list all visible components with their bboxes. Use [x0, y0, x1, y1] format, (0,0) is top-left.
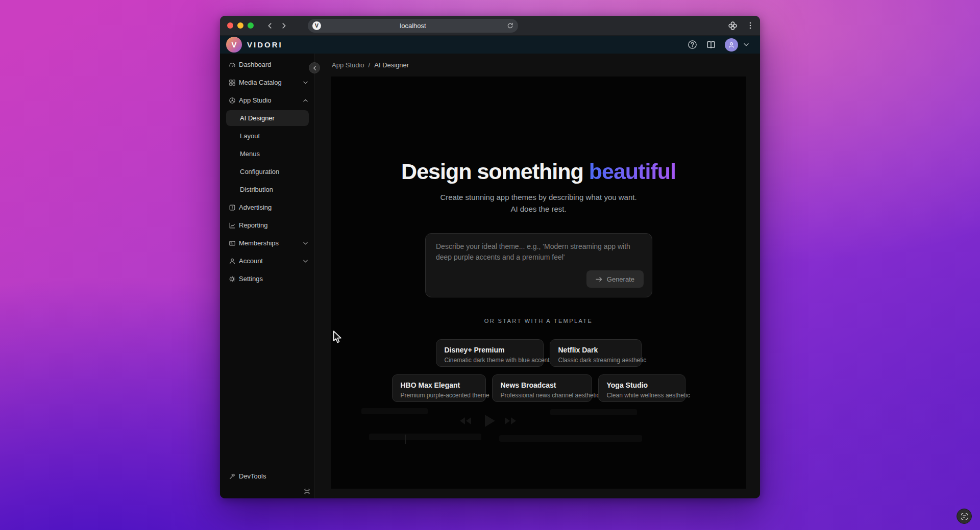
- help-button[interactable]: [688, 40, 697, 49]
- page-subtitle-line1: Create stunning app themes by describing…: [331, 191, 746, 203]
- sidebar-item-label: DevTools: [239, 472, 266, 480]
- sidebar-item-account[interactable]: Account: [220, 252, 314, 270]
- chevron-right-icon: [281, 23, 287, 29]
- dashboard-icon: [229, 61, 236, 68]
- chevron-down-icon: [303, 81, 308, 84]
- app-body: Dashboard Media Catalog App Studio: [220, 54, 760, 498]
- sidebar-item-ai-designer[interactable]: AI Designer: [226, 110, 309, 126]
- generate-button[interactable]: Generate: [586, 270, 644, 288]
- sidebar-item-label: Memberships: [239, 239, 279, 247]
- sidebar-item-devtools[interactable]: DevTools: [220, 467, 314, 485]
- template-card-news-broadcast[interactable]: News Broadcast Professional news channel…: [492, 374, 592, 402]
- scan-text-icon: [961, 513, 968, 520]
- user-avatar[interactable]: [725, 38, 738, 52]
- arrow-right-icon: [596, 276, 602, 282]
- vidori-logo[interactable]: V: [226, 37, 242, 53]
- templates-row-1: Disney+ Premium Cinematic dark theme wit…: [331, 339, 746, 367]
- sidebar-item-label: App Studio: [239, 96, 272, 104]
- breadcrumb-ai-designer[interactable]: AI Designer: [374, 61, 409, 69]
- templates-row-2: HBO Max Elegant Premium purple-accented …: [331, 374, 746, 402]
- sidebar-collapse-button[interactable]: [309, 62, 320, 73]
- sidebar-item-label: Media Catalog: [239, 79, 282, 86]
- docs-button[interactable]: [706, 40, 716, 49]
- template-title: News Broadcast: [501, 381, 583, 389]
- chevron-left-icon: [313, 66, 316, 70]
- sidebar-item-layout[interactable]: Layout: [220, 127, 314, 145]
- templates-heading: OR START WITH A TEMPLATE: [331, 318, 746, 324]
- browser-menu-button[interactable]: [747, 21, 754, 30]
- page-subtitle: Create stunning app themes by describing…: [331, 191, 746, 215]
- sidebar-item-label: Layout: [240, 132, 260, 140]
- ghost-caret: [405, 435, 406, 444]
- settings-icon: [229, 275, 236, 283]
- rewind-icon: [459, 417, 472, 425]
- sidebar-item-settings[interactable]: Settings: [220, 270, 314, 288]
- fast-forward-icon: [504, 417, 517, 425]
- traffic-lights: [227, 22, 254, 29]
- template-card-yoga-studio[interactable]: Yoga Studio Clean white wellness aesthet…: [598, 374, 685, 402]
- mouse-cursor: [333, 331, 344, 344]
- sidebar-item-memberships[interactable]: Memberships: [220, 234, 314, 252]
- url-text: localhost: [308, 22, 518, 30]
- sidebar-item-media-catalog[interactable]: Media Catalog: [220, 73, 314, 91]
- user-icon: [728, 41, 735, 48]
- zoom-window-button[interactable]: [248, 22, 254, 29]
- breadcrumb: App Studio / AI Designer: [314, 54, 760, 77]
- template-card-hbo-max-elegant[interactable]: HBO Max Elegant Premium purple-accented …: [392, 374, 486, 402]
- browser-toolbar: V localhost: [220, 16, 760, 36]
- prompt-card: Generate: [425, 233, 652, 297]
- close-window-button[interactable]: [227, 22, 233, 29]
- media-catalog-icon: [229, 79, 236, 86]
- sidebar-item-label: Menus: [240, 150, 260, 158]
- sidebar-item-label: Account: [239, 257, 263, 265]
- page-title-plain: Design something: [401, 159, 589, 184]
- ghost-artifact: [369, 434, 481, 440]
- breadcrumb-separator: /: [369, 61, 371, 69]
- sidebar-item-configuration[interactable]: Configuration: [220, 163, 314, 181]
- back-button[interactable]: [265, 21, 274, 30]
- page-title-accent: beautiful: [589, 159, 676, 184]
- browser-window: V localhost V: [220, 16, 760, 498]
- template-card-disney-premium[interactable]: Disney+ Premium Cinematic dark theme wit…: [436, 339, 544, 367]
- sidebar-item-distribution[interactable]: Distribution: [220, 181, 314, 198]
- reload-button[interactable]: [507, 22, 513, 29]
- address-bar[interactable]: V localhost: [308, 19, 518, 33]
- account-menu-button[interactable]: [744, 43, 749, 46]
- kebab-menu-icon: [747, 21, 754, 30]
- sidebar-item-advertising[interactable]: Advertising: [220, 198, 314, 216]
- content-area: App Studio / AI Designer Design somethin…: [314, 54, 760, 498]
- sidebar-item-label: Configuration: [240, 168, 279, 175]
- ghost-artifact: [499, 435, 642, 442]
- sidebar-item-menus[interactable]: Menus: [220, 145, 314, 163]
- template-description: Professional news channel aesthetic: [501, 392, 583, 399]
- screen-scan-button[interactable]: [957, 509, 972, 524]
- template-card-netflix-dark[interactable]: Netflix Dark Classic dark streaming aest…: [550, 339, 642, 367]
- ghost-artifact: [550, 409, 637, 415]
- sidebar-item-label: Distribution: [240, 186, 273, 193]
- header-actions: [688, 38, 749, 52]
- extensions-icon: [728, 21, 738, 31]
- sidebar-item-label: Dashboard: [239, 61, 272, 68]
- chevron-down-icon: [303, 260, 308, 263]
- sidebar-item-label: AI Designer: [240, 114, 275, 122]
- nav-buttons: [265, 21, 288, 30]
- forward-button[interactable]: [279, 21, 288, 30]
- desktop-wallpaper: V localhost V: [0, 0, 980, 530]
- minimize-window-button[interactable]: [237, 22, 243, 29]
- sidebar-item-app-studio[interactable]: App Studio: [220, 91, 314, 109]
- app-studio-icon: [229, 97, 236, 104]
- theme-prompt-input[interactable]: [426, 234, 652, 270]
- chevron-up-icon: [303, 99, 308, 102]
- chevron-down-icon: [744, 43, 749, 46]
- sidebar-item-dashboard[interactable]: Dashboard: [220, 56, 314, 73]
- template-description: Classic dark streaming aesthetic: [558, 357, 633, 364]
- devtools-icon: [229, 473, 236, 480]
- page-title: Design something beautiful: [331, 159, 746, 184]
- extensions-button[interactable]: [728, 21, 738, 31]
- sidebar-item-reporting[interactable]: Reporting: [220, 216, 314, 234]
- brand-name: VIDORI: [247, 40, 283, 49]
- sidebar-item-label: Settings: [239, 275, 263, 283]
- breadcrumb-app-studio[interactable]: App Studio: [332, 61, 364, 69]
- toolbar-right: [728, 21, 754, 31]
- reporting-icon: [229, 222, 236, 229]
